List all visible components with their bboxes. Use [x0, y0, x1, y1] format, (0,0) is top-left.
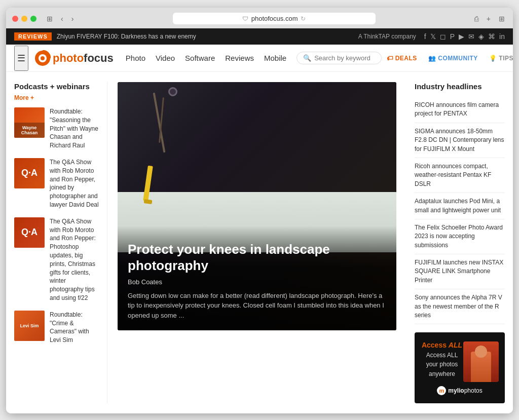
twitter-icon[interactable]: 𝕏: [430, 32, 436, 41]
ad-banner[interactable]: Access ALL Access ALL your photos anywhe…: [415, 332, 505, 403]
social-icons: f 𝕏 ◻ P ▶ ✉ ◈ ⌘ in: [424, 32, 505, 41]
podcast-thumb-4: Levi Sim: [14, 311, 45, 341]
hero-author: Bob Coates: [128, 278, 386, 286]
nav-search: 🔍: [296, 52, 382, 64]
nav-actions: 🏷 DEALS 👥 COMMUNITY 💡 TIPS ✉ GET NEWS: [382, 48, 513, 68]
podcast-title-3: The Q&A Show with Rob Moroto and Ron Pep…: [50, 217, 99, 302]
logo-icon: [34, 50, 51, 66]
reload-icon[interactable]: ↻: [301, 15, 306, 22]
svg-point-2: [41, 56, 45, 60]
forward-button[interactable]: ›: [69, 14, 76, 24]
hero-card[interactable]: Protect your knees in landscape photogra…: [118, 82, 396, 330]
left-sidebar: Podcasts + webinars More + Wayne Chasan …: [6, 82, 107, 403]
qa-label-2: Q·A: [21, 227, 38, 238]
main-nav: ☰ photofocus Photo Video Software Review…: [6, 45, 513, 72]
community-label: COMMUNITY: [438, 55, 478, 62]
close-button[interactable]: [12, 16, 18, 22]
podcast-item[interactable]: Wayne Chasan Roundtable: "Seasoning the …: [14, 107, 99, 150]
podcasts-more-link[interactable]: More +: [14, 94, 34, 101]
hero-overlay: Protect your knees in landscape photogra…: [118, 226, 396, 331]
search-icon: 🔍: [303, 54, 311, 62]
tips-label: TIPS: [499, 55, 513, 62]
site-content: REVIEWS Zhiyun FIVERAY F100: Darkness ha…: [6, 28, 513, 413]
podcast-thumb-1: Wayne Chasan: [14, 107, 45, 138]
community-button[interactable]: 👥 COMMUNITY: [423, 52, 483, 65]
podcasts-section-title: Podcasts + webinars: [14, 82, 99, 91]
industry-item[interactable]: Ricoh announces compact, weather-resista…: [415, 158, 505, 193]
thinktap-label: A ThinkTAP company: [358, 33, 416, 40]
nav-video[interactable]: Video: [156, 45, 175, 71]
industry-item[interactable]: RICOH announces film camera project for …: [415, 97, 505, 123]
nav-software[interactable]: Software: [185, 45, 215, 71]
share-button[interactable]: ⎙: [472, 14, 480, 24]
hamburger-menu-button[interactable]: ☰: [14, 46, 28, 71]
deals-icon: 🏷: [387, 55, 393, 62]
deals-button[interactable]: 🏷 DEALS: [382, 52, 422, 65]
facebook-icon[interactable]: f: [424, 32, 426, 41]
ad-headline: Access ALL Access ALL your photos anywhe…: [421, 340, 463, 378]
hero-title: Protect your knees in landscape photogra…: [128, 241, 386, 274]
top-bar-headline[interactable]: Zhiyun FIVERAY F100: Darkness has a new …: [57, 33, 196, 40]
browser-controls: ⊞ ‹ ›: [45, 14, 76, 24]
tabs-button[interactable]: ⊞: [497, 14, 507, 24]
top-bar-left: REVIEWS Zhiyun FIVERAY F100: Darkness ha…: [14, 32, 196, 41]
podcast-item[interactable]: Q·A The Q&A Show with Rob Moroto and Ron…: [14, 158, 99, 209]
right-sidebar: Industry headlines RICOH announces film …: [406, 82, 513, 403]
reviews-badge[interactable]: REVIEWS: [14, 32, 52, 41]
url-bar[interactable]: 🛡 photofocus.com ↻: [173, 13, 376, 24]
hero-excerpt: Getting down low can make for a better (…: [128, 291, 386, 321]
podcast-title-2: The Q&A Show with Rob Moroto and Ron Pep…: [50, 158, 99, 209]
email-icon[interactable]: ✉: [468, 32, 474, 41]
top-bar-right: A ThinkTAP company f 𝕏 ◻ P ▶ ✉ ◈ ⌘ in: [358, 32, 505, 41]
browser-titlebar: ⊞ ‹ › 🛡 photofocus.com ↻ ⎙ + ⊞: [6, 8, 513, 28]
search-input[interactable]: [314, 54, 375, 62]
podcast-item[interactable]: Q·A The Q&A Show with Rob Moroto and Ron…: [14, 217, 99, 302]
security-icon: 🛡: [242, 15, 248, 22]
industry-item[interactable]: The Felix Schoeller Photo Award 2023 is …: [415, 219, 505, 254]
ad-logo: m myliophotos: [421, 386, 499, 395]
apple-icon[interactable]: ⌘: [488, 32, 495, 41]
tips-icon: 💡: [489, 55, 497, 62]
industry-item[interactable]: FUJIFILM launches new INSTAX SQUARE LINK…: [415, 254, 505, 289]
youtube-icon[interactable]: ▶: [459, 32, 464, 41]
minimize-button[interactable]: [21, 16, 27, 22]
industry-item[interactable]: Sony announces the Alpha 7R V as the new…: [415, 289, 505, 324]
main-content: Protect your knees in landscape photogra…: [107, 82, 406, 403]
top-bar: REVIEWS Zhiyun FIVERAY F100: Darkness ha…: [6, 28, 513, 45]
podcast-item[interactable]: Levi Sim Roundtable: "Crime & Cameras" w…: [14, 311, 99, 345]
instagram-icon[interactable]: ◻: [440, 32, 446, 41]
sidebar-toggle-button[interactable]: ⊞: [45, 14, 55, 24]
new-tab-button[interactable]: +: [485, 14, 493, 24]
community-icon: 👥: [428, 55, 436, 62]
industry-headlines-title: Industry headlines: [415, 82, 505, 91]
podcast-title-1: Roundtable: "Seasoning the Pitch" with W…: [50, 107, 99, 150]
deals-label: DEALS: [395, 55, 417, 62]
browser-window: ⊞ ‹ › 🛡 photofocus.com ↻ ⎙ + ⊞ REVIEWS Z…: [6, 8, 513, 413]
industry-item[interactable]: SIGMA announces 18-50mm F2.8 DC DN | Con…: [415, 123, 505, 158]
linkedin-icon[interactable]: in: [499, 32, 505, 41]
pinterest-icon[interactable]: P: [450, 32, 455, 41]
mylio-m-logo: m: [437, 386, 446, 395]
rss-icon[interactable]: ◈: [478, 32, 484, 41]
podcast-title-4: Roundtable: "Crime & Cameras" with Levi …: [50, 311, 99, 345]
browser-action-buttons: ⎙ + ⊞: [472, 14, 507, 24]
nav-reviews[interactable]: Reviews: [225, 45, 254, 71]
traffic-lights: [12, 16, 36, 22]
ad-brand-text: myliophotos: [448, 387, 482, 394]
url-text: photofocus.com: [251, 15, 298, 22]
back-button[interactable]: ‹: [59, 14, 65, 24]
nav-photo[interactable]: Photo: [126, 45, 145, 71]
industry-item[interactable]: Adaptalux launches Pod Mini, a small and…: [415, 193, 505, 219]
maximize-button[interactable]: [30, 16, 36, 22]
logo-text: photofocus: [53, 52, 114, 65]
nav-links: Photo Video Software Reviews Mobile: [126, 45, 286, 71]
nav-mobile[interactable]: Mobile: [264, 45, 286, 71]
podcast-thumb-2: Q·A: [14, 158, 45, 188]
logo[interactable]: photofocus: [34, 45, 114, 71]
qa-label: Q·A: [21, 168, 38, 178]
tips-button[interactable]: 💡 TIPS: [484, 52, 513, 65]
podcast-thumb-3: Q·A: [14, 217, 45, 248]
page-layout: Podcasts + webinars More + Wayne Chasan …: [6, 72, 513, 413]
